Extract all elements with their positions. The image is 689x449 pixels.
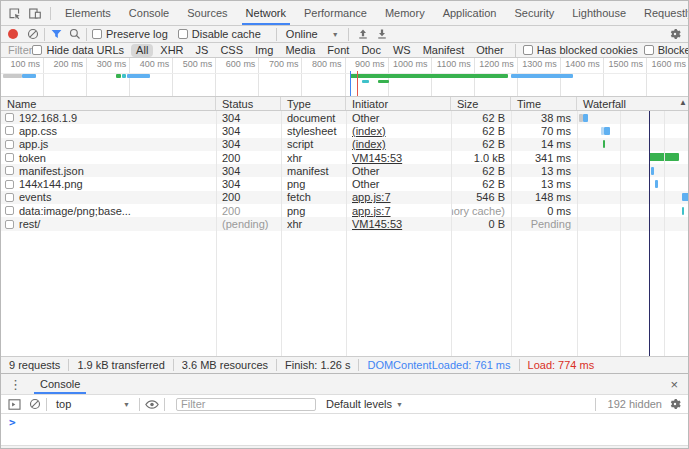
filter-chip-manifest[interactable]: Manifest (418, 44, 470, 57)
request-checkbox[interactable] (5, 206, 14, 215)
initiator-link[interactable]: (index) (352, 125, 386, 137)
request-row[interactable]: app.css304stylesheet(index)62 B70 ms (1, 124, 688, 137)
request-checkbox[interactable] (5, 180, 14, 189)
request-row[interactable]: token200xhrVM145:531.0 kB341 ms (1, 151, 688, 164)
column-header-size[interactable]: Size (451, 97, 511, 110)
column-header-time[interactable]: Time (511, 97, 577, 110)
tab-console[interactable]: Console (120, 1, 178, 25)
tab-application[interactable]: Application (434, 1, 506, 25)
request-initiator-cell: app.js:7 (346, 204, 451, 217)
console-filter-input[interactable]: Filter (176, 398, 316, 411)
column-header-waterfall[interactable]: Waterfall▲ (577, 97, 689, 110)
close-drawer-icon[interactable]: × (670, 378, 680, 391)
tab-elements[interactable]: Elements (56, 1, 120, 25)
has-blocked-cookies-checkbox[interactable]: Has blocked cookies (523, 44, 638, 56)
request-checkbox[interactable] (5, 113, 14, 122)
record-icon[interactable] (8, 29, 18, 39)
request-row[interactable]: events200fetchapp.js:7546 B148 ms (1, 191, 688, 204)
initiator-link[interactable]: app.js:7 (352, 191, 391, 203)
filter-chip-all[interactable]: All (131, 44, 153, 57)
request-checkbox[interactable] (5, 220, 14, 229)
request-status-cell: 304 (216, 138, 281, 151)
import-har-icon[interactable] (357, 28, 369, 40)
tab-lighthouse[interactable]: Lighthouse (563, 1, 635, 25)
initiator-link[interactable]: VM145:53 (352, 218, 402, 230)
request-checkbox[interactable] (5, 166, 14, 175)
filter-chip-doc[interactable]: Doc (356, 44, 386, 57)
request-checkbox[interactable] (5, 153, 14, 162)
console-output[interactable]: > (1, 414, 688, 446)
initiator-link[interactable]: (index) (352, 138, 386, 150)
column-header-status[interactable]: Status (216, 97, 281, 110)
filter-funnel-icon[interactable] (50, 28, 63, 40)
filter-chip-js[interactable]: JS (191, 44, 214, 57)
export-har-icon[interactable] (376, 28, 388, 40)
tab-sources[interactable]: Sources (178, 1, 236, 25)
filter-chip-media[interactable]: Media (280, 44, 320, 57)
tab-network[interactable]: Network (237, 1, 295, 25)
request-type-cell: script (281, 138, 346, 151)
filter-input[interactable]: Filter (8, 44, 32, 56)
clear-console-icon[interactable] (29, 398, 41, 410)
blocked-requests-checkbox[interactable]: Blocked Requests (644, 44, 689, 56)
column-header-type[interactable]: Type (281, 97, 346, 110)
overview-waterfall-bar (122, 74, 126, 78)
search-icon[interactable] (69, 28, 81, 40)
request-checkbox[interactable] (5, 126, 14, 135)
hide-data-urls-checkbox[interactable]: Hide data URLs (32, 44, 124, 56)
tab-memory[interactable]: Memory (376, 1, 434, 25)
request-checkbox[interactable] (5, 193, 14, 202)
disable-cache-checkbox[interactable]: Disable cache (178, 28, 261, 40)
preserve-log-checkbox[interactable]: Preserve log (92, 28, 168, 40)
overview-waterfall-bar (350, 74, 508, 78)
frame-selector-dropdown[interactable]: top ▼ (52, 398, 134, 410)
throttling-value: Online (286, 28, 318, 40)
column-header-label: Status (222, 98, 253, 110)
request-row[interactable]: 144x144.png304pngOther62 B13 ms (1, 177, 688, 190)
filter-chip-css[interactable]: CSS (215, 44, 248, 57)
eye-icon[interactable] (145, 399, 159, 410)
console-settings-gear-icon[interactable] (669, 398, 681, 410)
log-levels-value: Default levels (326, 398, 392, 410)
waterfall-bar (604, 127, 610, 135)
request-type-cell: xhr (281, 217, 346, 230)
console-sidebar-icon[interactable] (8, 399, 21, 410)
network-settings-gear-icon[interactable] (669, 28, 681, 40)
tab-performance[interactable]: Performance (295, 1, 376, 25)
divider (515, 44, 516, 57)
request-row[interactable]: manifest.json304manifestOther62 B13 ms (1, 164, 688, 177)
initiator-link[interactable]: app.js:7 (352, 205, 391, 217)
request-time-cell: 341 ms (511, 151, 577, 164)
inspect-element-icon[interactable] (8, 7, 21, 20)
request-row[interactable]: app.js304script(index)62 B14 ms (1, 138, 688, 151)
request-name: token (19, 152, 46, 164)
initiator-link[interactable]: VM145:53 (352, 152, 402, 164)
has-blocked-cookies-label: Has blocked cookies (537, 44, 638, 56)
request-row[interactable]: data:image/png;base...200pngapp.js:7(mem… (1, 204, 688, 217)
column-header-initiator[interactable]: Initiator (346, 97, 451, 110)
filter-chip-other[interactable]: Other (471, 44, 509, 57)
overview-waterfall-bar (127, 74, 150, 78)
clear-icon[interactable] (27, 28, 39, 40)
filter-chip-xhr[interactable]: XHR (155, 44, 188, 57)
tab-security[interactable]: Security (505, 1, 563, 25)
tab-console-drawer[interactable]: Console (32, 374, 88, 394)
column-header-name[interactable]: Name (1, 97, 216, 110)
filter-chip-ws[interactable]: WS (388, 44, 416, 57)
log-levels-dropdown[interactable]: Default levels ▼ (322, 398, 407, 410)
filter-chip-img[interactable]: Img (250, 44, 278, 57)
network-overview[interactable]: 100 ms200 ms300 ms400 ms500 ms600 ms700 … (1, 58, 688, 97)
drawer-menu-icon[interactable]: ⋮ (9, 378, 22, 391)
initiator-text: Other (352, 165, 380, 177)
tab-requestly[interactable]: Requestly (635, 1, 689, 25)
throttling-dropdown[interactable]: Online ▼ (282, 28, 343, 40)
summary-item: Load: 774 ms (520, 359, 603, 371)
request-row[interactable]: 192.168.1.9304documentOther62 B38 ms (1, 111, 688, 124)
request-row[interactable]: rest/(pending)xhrVM145:530 BPending (1, 217, 688, 230)
request-name-cell: app.css (1, 124, 216, 137)
console-prompt-icon[interactable]: > (9, 416, 16, 429)
device-toolbar-icon[interactable] (28, 7, 42, 20)
request-checkbox[interactable] (5, 140, 14, 149)
filter-chip-font[interactable]: Font (322, 44, 354, 57)
request-name-cell: 192.168.1.9 (1, 111, 216, 124)
